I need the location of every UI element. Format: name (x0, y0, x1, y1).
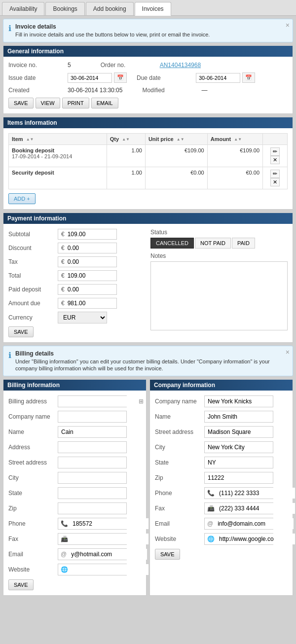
company-zip-input[interactable] (204, 472, 273, 484)
billing-company-name-input[interactable] (58, 411, 127, 423)
billing-address-label: Billing address (8, 398, 58, 405)
billing-email-input[interactable] (69, 549, 147, 560)
tab-add-booking[interactable]: Add booking (86, 2, 134, 15)
company-person-name-input[interactable] (204, 411, 273, 423)
payment-grid: Subtotal € Discount € Tax € (8, 229, 288, 337)
billing-banner-text: Under "Billing information" you can edit… (15, 358, 270, 371)
modified-label: Modified (142, 87, 201, 94)
amount-sort-icon[interactable]: ▲▼ (234, 138, 242, 142)
invoice-no-label: Invoice no. (8, 62, 68, 69)
subtotal-value-input[interactable] (68, 231, 107, 238)
billing-banner: ℹ Billing details Under "Billing informa… (3, 346, 293, 376)
total-value-input[interactable] (68, 272, 107, 279)
item-name-cell: Booking deposit 17-09-2014 - 21-09-2014 (9, 145, 107, 167)
company-email-icon: @ (205, 518, 216, 529)
billing-address-icon: ⊞ (136, 396, 146, 407)
item-amount-cell-2: €0.00 (207, 167, 262, 189)
amount-due-row: Amount due € (8, 298, 146, 309)
delete-item-0-button[interactable]: ✕ (270, 156, 280, 164)
paid-deposit-value-input[interactable] (68, 286, 107, 293)
company-street-input[interactable] (204, 426, 273, 438)
item-amount-cell: €109.00 (207, 145, 262, 167)
billing-name-row: Name (8, 426, 141, 438)
billing-phone-row: Phone 📞 (8, 518, 141, 530)
company-save-button[interactable]: SAVE (155, 549, 180, 560)
company-city-input[interactable] (204, 441, 273, 453)
tax-row: Tax € (8, 256, 146, 267)
billing-name-label: Name (8, 429, 58, 435)
notes-textarea[interactable] (150, 261, 288, 330)
billing-state-input[interactable] (58, 487, 127, 499)
billing-address-2-input[interactable] (58, 441, 127, 453)
billing-website-row: Website 🌐 (8, 564, 141, 575)
billing-save-button[interactable]: SAVE (8, 579, 34, 590)
billing-information-section: Billing information Billing address ⊞ Co… (3, 379, 147, 596)
company-email-input[interactable] (216, 518, 294, 529)
billing-website-input[interactable] (71, 564, 148, 575)
due-date-input[interactable] (196, 73, 240, 83)
issue-date-wrap: 📅 (68, 72, 127, 83)
company-website-input[interactable] (217, 534, 295, 544)
order-no-value[interactable]: AN1404134968 (160, 62, 201, 69)
issue-date-input[interactable] (68, 73, 112, 83)
company-website-label: Website (155, 536, 204, 542)
close-billing-banner[interactable]: × (286, 348, 290, 356)
email-button[interactable]: EMAIL (91, 98, 118, 108)
tab-bookings[interactable]: Bookings (45, 2, 84, 15)
qty-sort-icon[interactable]: ▲▼ (122, 138, 130, 142)
billing-info-icon: ℹ (8, 351, 11, 360)
billing-street-input[interactable] (58, 457, 127, 468)
item-sort-icon[interactable]: ▲▼ (26, 138, 34, 142)
amount-due-value-input[interactable] (68, 300, 107, 307)
close-invoice-banner[interactable]: × (286, 21, 290, 29)
company-state-input[interactable] (204, 457, 273, 468)
company-zip-row: Zip (155, 472, 288, 484)
delete-item-1-button[interactable]: ✕ (270, 178, 280, 186)
billing-address-input[interactable] (58, 396, 136, 407)
notes-label: Notes (150, 252, 288, 259)
billing-city-input[interactable] (58, 472, 127, 484)
view-button[interactable]: VIEW (36, 98, 60, 108)
item-qty-cell-2: 1.00 (107, 167, 145, 189)
status-buttons: CANCELLED NOT PAID PAID (150, 238, 288, 249)
general-section-header: General information (3, 46, 293, 57)
general-information-section: General information Invoice no. 5 Order … (3, 45, 293, 114)
tab-bar: Availability Bookings Add booking Invoic… (0, 0, 296, 16)
tax-input: € (58, 256, 117, 267)
subtotal-currency-symbol: € (61, 231, 65, 238)
discount-label: Discount (8, 245, 58, 251)
billing-name-input[interactable] (58, 426, 127, 438)
billing-fax-input[interactable] (71, 534, 148, 544)
save-button[interactable]: SAVE (8, 98, 34, 108)
unit-sort-icon[interactable]: ▲▼ (177, 138, 185, 142)
tab-invoices[interactable]: Invoices (135, 2, 171, 16)
payment-save-button[interactable]: SAVE (8, 326, 34, 337)
billing-company-wrapper: Billing information Billing address ⊞ Co… (3, 379, 293, 596)
due-date-calendar-icon[interactable]: 📅 (242, 72, 255, 83)
billing-phone-input[interactable] (71, 518, 148, 529)
add-item-button[interactable]: ADD + (8, 193, 36, 204)
billing-zip-input[interactable] (58, 502, 127, 514)
currency-select[interactable]: EUR USD GBP (58, 312, 107, 323)
billing-address-input-wrap: ⊞ (58, 395, 127, 407)
company-website-row: Website 🌐 (155, 533, 288, 545)
tax-value-input[interactable] (68, 258, 107, 265)
total-input: € (58, 270, 117, 281)
status-paid-button[interactable]: PAID (232, 238, 255, 249)
company-website-icon: 🌐 (205, 534, 217, 544)
print-button[interactable]: PRINT (62, 98, 89, 108)
edit-item-0-button[interactable]: ✏ (270, 147, 280, 156)
items-table: Item ▲▼ Qty ▲▼ Unit price ▲▼ Amount ▲▼ (8, 133, 288, 189)
status-cancelled-button[interactable]: CANCELLED (150, 238, 194, 249)
status-not-paid-button[interactable]: NOT PAID (195, 238, 231, 249)
company-fax-input[interactable] (217, 503, 295, 514)
discount-value-input[interactable] (68, 245, 107, 251)
total-row: Total € (8, 270, 146, 281)
invoice-banner-title: Invoice details (15, 23, 210, 30)
company-phone-input[interactable] (217, 488, 295, 499)
phone-icon: 📞 (58, 518, 71, 529)
tab-availability[interactable]: Availability (2, 2, 44, 15)
company-name-input[interactable] (204, 395, 273, 407)
issue-date-calendar-icon[interactable]: 📅 (114, 72, 127, 83)
edit-item-1-button[interactable]: ✏ (270, 170, 280, 178)
